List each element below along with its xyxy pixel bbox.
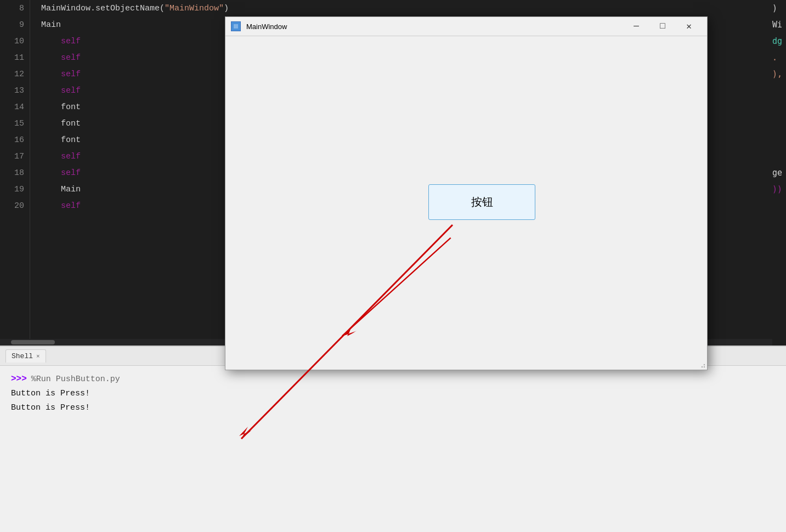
minimize-button[interactable]: — [624, 19, 649, 34]
svg-point-2 [704, 366, 705, 367]
line-num-18: 18 [0, 165, 30, 181]
svg-rect-1 [234, 24, 238, 29]
maximize-button[interactable]: □ [650, 19, 675, 34]
svg-point-4 [704, 364, 705, 365]
dialog-app-icon [231, 21, 241, 31]
line-num-9: 9 [0, 16, 30, 33]
close-button[interactable]: ✕ [676, 19, 702, 34]
line-num-17: 17 [0, 148, 30, 165]
shell-output-line2: Button is Press! [11, 401, 775, 415]
line-num-15: 15 [0, 115, 30, 132]
line-num-12: 12 [0, 66, 30, 82]
right-edge-code: ) Wi dg . ), ge )) [772, 0, 786, 346]
svg-marker-6 [342, 329, 355, 336]
svg-line-5 [342, 238, 451, 336]
shell-output: Button is Press! Button is Press! [11, 387, 775, 415]
dialog-titlebar: MainWindow — □ ✕ [225, 17, 707, 36]
line-num-16: 16 [0, 132, 30, 148]
dialog-window-controls: — □ ✕ [624, 19, 702, 34]
line-numbers: 8 9 10 11 12 13 14 15 16 17 18 19 20 [0, 0, 30, 346]
line-num-19: 19 [0, 181, 30, 197]
resize-handle[interactable] [699, 361, 705, 368]
code-line-8: MainWindow.setObjectName("MainWindow") [41, 0, 786, 16]
shell-area: Shell × >>> %Run PushButton.py Button is… [0, 346, 786, 532]
shell-prompt-line: >>> %Run PushButton.py [11, 374, 775, 384]
line-num-14: 14 [0, 99, 30, 115]
dialog-title: MainWindow [246, 22, 618, 31]
shell-tab-close[interactable]: × [36, 353, 40, 360]
shell-tab-label: Shell [12, 352, 33, 360]
svg-point-3 [702, 366, 703, 367]
shell-content: >>> %Run PushButton.py Button is Press! … [0, 366, 786, 423]
push-button[interactable]: 按钮 [428, 184, 535, 220]
shell-prompt-symbol: >>> [11, 374, 27, 384]
line-num-10: 10 [0, 33, 30, 49]
line-num-11: 11 [0, 49, 30, 66]
main-window-dialog: MainWindow — □ ✕ 按钮 [225, 16, 708, 370]
line-num-8: 8 [0, 0, 30, 16]
shell-command: %Run PushButton.py [31, 375, 120, 384]
shell-tab[interactable]: Shell × [5, 349, 46, 363]
line-num-13: 13 [0, 82, 30, 99]
dialog-body: 按钮 [225, 36, 707, 370]
shell-output-line1: Button is Press! [11, 387, 775, 401]
line-num-20: 20 [0, 197, 30, 214]
